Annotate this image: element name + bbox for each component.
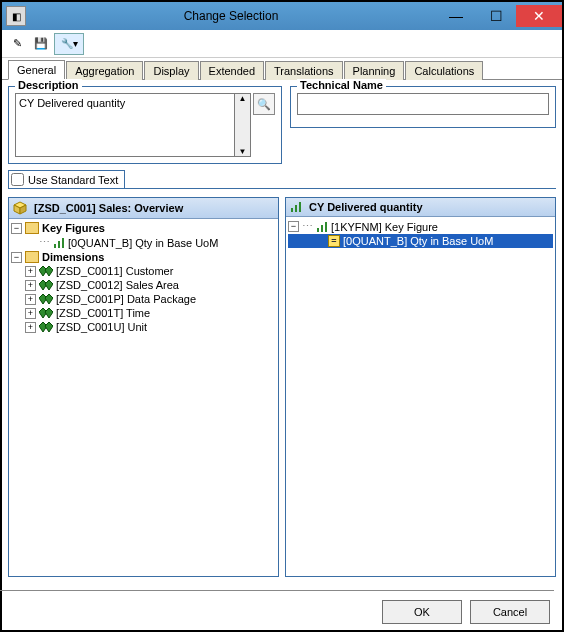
tab-calculations[interactable]: Calculations <box>405 61 483 80</box>
selection-panel-title: CY Delivered quantity <box>309 201 423 213</box>
tab-aggregation[interactable]: Aggregation <box>66 61 143 80</box>
tech-names-dropdown[interactable]: 🔧▾ <box>54 33 84 55</box>
selection-panel: CY Delivered quantity − ⋯ [1KYFNM] Key F… <box>285 197 556 577</box>
key-figure-icon <box>290 201 302 213</box>
svg-marker-7 <box>45 266 53 276</box>
expand-toggle[interactable]: + <box>25 308 36 319</box>
description-field[interactable]: CY Delivered quantity <box>15 93 235 157</box>
tree-item[interactable]: [ZSD_C001U] Unit <box>56 321 147 333</box>
svg-rect-18 <box>299 202 301 212</box>
dimension-icon <box>39 307 53 319</box>
svg-rect-5 <box>62 238 64 248</box>
dimension-icon <box>39 265 53 277</box>
tab-display[interactable]: Display <box>144 61 198 80</box>
svg-rect-19 <box>317 228 319 232</box>
key-figure-icon <box>53 237 65 249</box>
dimension-icon <box>39 293 53 305</box>
expand-toggle[interactable]: − <box>288 221 299 232</box>
dialog-footer: OK Cancel <box>382 600 550 624</box>
use-standard-text-checkbox[interactable] <box>11 173 24 186</box>
expand-toggle[interactable]: − <box>11 223 22 234</box>
tab-extended[interactable]: Extended <box>200 61 264 80</box>
key-figure-icon <box>316 221 328 233</box>
expand-toggle[interactable]: − <box>11 252 22 263</box>
save-icon[interactable]: 💾 <box>30 33 52 55</box>
tree-item[interactable]: [ZSD_C0011] Customer <box>56 265 173 277</box>
description-scrollbar[interactable]: ▲▼ <box>235 93 251 157</box>
use-standard-text-label: Use Standard Text <box>28 174 118 186</box>
dimensions-folder[interactable]: Dimensions <box>42 251 104 263</box>
svg-rect-21 <box>325 222 327 232</box>
selection-tree[interactable]: − ⋯ [1KYFNM] Key Figure = [0QUANT_B] Qty… <box>286 217 555 576</box>
toolbar: ✎ 💾 🔧▾ <box>2 30 562 58</box>
tree-item[interactable]: [ZSD_C001P] Data Package <box>56 293 196 305</box>
minimize-button[interactable]: — <box>436 5 476 27</box>
technical-name-input[interactable] <box>297 93 549 115</box>
svg-rect-16 <box>291 208 293 212</box>
infoprovider-panel-header: [ZSD_C001] Sales: Overview <box>9 198 278 219</box>
tree-item[interactable]: [0QUANT_B] Qty in Base UoM <box>68 237 218 249</box>
check-icon[interactable]: ✎ <box>6 33 28 55</box>
expand-toggle[interactable]: + <box>25 280 36 291</box>
tree-item-selected[interactable]: [0QUANT_B] Qty in Base UoM <box>343 235 493 247</box>
tree-item[interactable]: [1KYFNM] Key Figure <box>331 221 438 233</box>
title-bar: ◧ Change Selection — ☐ ✕ <box>2 2 562 30</box>
infoprovider-tree[interactable]: − Key Figures ⋯ [0QUANT_B] Qty in Base U… <box>9 219 278 576</box>
description-label: Description <box>15 79 82 91</box>
app-icon: ◧ <box>6 6 26 26</box>
svg-rect-3 <box>54 244 56 248</box>
ok-button[interactable]: OK <box>382 600 462 624</box>
svg-marker-9 <box>45 280 53 290</box>
close-button[interactable]: ✕ <box>516 5 562 27</box>
expand-toggle[interactable]: + <box>25 322 36 333</box>
expand-toggle[interactable]: + <box>25 294 36 305</box>
technical-name-label: Technical Name <box>297 79 386 91</box>
svg-marker-15 <box>45 322 53 332</box>
infoprovider-panel: [ZSD_C001] Sales: Overview − Key Figures… <box>8 197 279 577</box>
svg-marker-13 <box>45 308 53 318</box>
key-figures-folder[interactable]: Key Figures <box>42 222 105 234</box>
window-title: Change Selection <box>26 9 436 23</box>
selection-panel-header: CY Delivered quantity <box>286 198 555 217</box>
svg-rect-20 <box>321 225 323 232</box>
svg-rect-17 <box>295 205 297 212</box>
svg-rect-4 <box>58 241 60 248</box>
tree-item[interactable]: [ZSD_C0012] Sales Area <box>56 279 179 291</box>
tab-general[interactable]: General <box>8 60 65 80</box>
dimension-icon <box>39 321 53 333</box>
tab-bar: General Aggregation Display Extended Tra… <box>2 58 562 80</box>
tab-planning[interactable]: Planning <box>344 61 405 80</box>
folder-icon <box>25 222 39 234</box>
maximize-button[interactable]: ☐ <box>476 5 516 27</box>
svg-marker-11 <box>45 294 53 304</box>
cancel-button[interactable]: Cancel <box>470 600 550 624</box>
infoprovider-panel-title: [ZSD_C001] Sales: Overview <box>34 202 183 214</box>
equals-icon: = <box>328 235 340 247</box>
tree-item[interactable]: [ZSD_C001T] Time <box>56 307 150 319</box>
tab-translations[interactable]: Translations <box>265 61 343 80</box>
expand-toggle[interactable]: + <box>25 266 36 277</box>
folder-icon <box>25 251 39 263</box>
cube-icon <box>13 201 27 215</box>
description-lookup-button[interactable]: 🔍 <box>253 93 275 115</box>
dimension-icon <box>39 279 53 291</box>
